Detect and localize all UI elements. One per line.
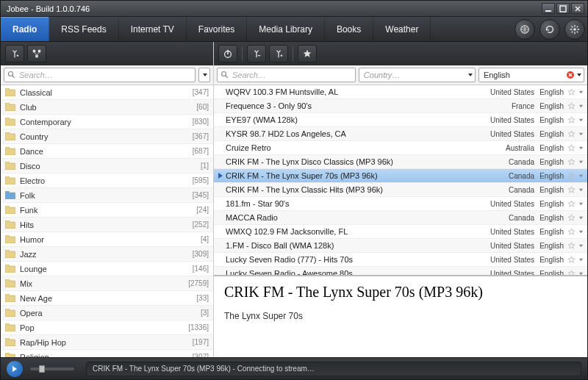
row-menu-icon[interactable] (577, 146, 584, 151)
country-placeholder: Country… (364, 71, 466, 79)
nav-books[interactable]: Books (325, 17, 373, 41)
category-row[interactable]: Country[367] (1, 129, 213, 144)
favorite-star-icon[interactable] (565, 172, 577, 180)
nav-radio[interactable]: Radio (1, 17, 49, 41)
category-row[interactable]: Humor[4] (1, 232, 213, 247)
category-row[interactable]: Contemporary[830] (1, 115, 213, 129)
maximize-button[interactable] (556, 3, 570, 14)
category-count: [252] (193, 221, 209, 229)
favorite-star-icon[interactable] (565, 116, 577, 124)
language-dropdown[interactable]: English (478, 68, 584, 82)
play-button[interactable] (7, 361, 23, 377)
category-row[interactable]: Rap/Hip Hop[197] (1, 335, 213, 350)
details-subtitle: The Lynx Super 70s (224, 311, 577, 321)
station-row[interactable]: MACCA RadioCanadaEnglish (214, 211, 587, 225)
station-row[interactable]: WMXQ 102.9 FM Jacksonville, FLUnited Sta… (214, 225, 587, 239)
favorite-star-icon[interactable] (565, 200, 577, 208)
category-row[interactable]: New Age[33] (1, 291, 213, 306)
category-search-input[interactable] (19, 71, 192, 79)
station-language: English (534, 116, 565, 124)
network-button[interactable] (27, 45, 46, 62)
clear-language-icon[interactable] (566, 71, 575, 79)
left-search-menu[interactable] (198, 68, 210, 82)
country-dropdown[interactable]: Country… (359, 68, 476, 82)
category-row[interactable]: Pop[1336] (1, 320, 213, 335)
category-row[interactable]: Club[60] (1, 100, 213, 115)
favorite-star-icon[interactable] (565, 214, 577, 222)
favorite-star-icon[interactable] (565, 130, 577, 138)
volume-thumb[interactable] (39, 365, 45, 373)
favorite-star-icon[interactable] (565, 88, 577, 96)
station-row[interactable]: EYE97 (WMA 128k)United StatesEnglish (214, 113, 587, 127)
category-count: [33] (196, 294, 209, 302)
nav-internet-tv[interactable]: Internet TV (119, 17, 187, 41)
row-menu-icon[interactable] (577, 159, 584, 165)
station-row[interactable]: CRIK FM - The Lynx Classic Hits (MP3 96k… (214, 183, 587, 197)
favorite-star-icon[interactable] (565, 144, 577, 152)
globe-button[interactable] (514, 19, 535, 40)
nav-media-library[interactable]: Media Library (247, 17, 325, 41)
refresh-button[interactable] (539, 19, 560, 40)
category-row[interactable]: Funk[24] (1, 203, 213, 218)
category-count: [830] (193, 118, 209, 126)
category-row[interactable]: Mix[2759] (1, 276, 213, 291)
station-row[interactable]: 181.fm - Star 90'sUnited StatesEnglish (214, 197, 587, 211)
row-menu-icon[interactable] (577, 118, 584, 123)
station-row[interactable]: WQRV 100.3 FM Huntsville, ALUnited State… (214, 85, 587, 99)
minimize-button[interactable] (542, 3, 555, 14)
category-row[interactable]: Hits[252] (1, 218, 213, 232)
station-row[interactable]: Frequence 3 - Only 90'sFranceEnglish (214, 99, 587, 113)
left-search-box[interactable] (4, 68, 196, 82)
station-row[interactable]: Lucky Seven Radio (777) - Hits 70sUnited… (214, 253, 587, 267)
favorite-star-icon[interactable] (565, 256, 577, 264)
favorite-star-icon[interactable] (565, 242, 577, 250)
station-list[interactable]: WQRV 100.3 FM Huntsville, ALUnited State… (214, 85, 587, 275)
category-row[interactable]: Disco[1] (1, 159, 213, 173)
row-menu-icon[interactable] (577, 104, 584, 109)
station-row[interactable]: 1.FM - Disco Ball (WMA 128k)United State… (214, 239, 587, 253)
nav-weather[interactable]: Weather (373, 17, 431, 41)
antenna-add-button[interactable] (269, 45, 288, 62)
row-menu-icon[interactable] (577, 132, 584, 137)
row-menu-icon[interactable] (577, 173, 584, 179)
category-row[interactable]: Classical[347] (1, 85, 213, 100)
row-menu-icon[interactable] (577, 243, 584, 248)
add-antenna-button[interactable] (5, 45, 24, 62)
category-list[interactable]: Classical[347]Club[60]Contemporary[830]C… (1, 85, 213, 357)
nav-favorites[interactable]: Favorites (187, 17, 247, 41)
favorite-star-icon[interactable] (565, 270, 577, 276)
settings-button[interactable] (564, 19, 585, 40)
row-menu-icon[interactable] (577, 187, 584, 193)
favorite-star-icon[interactable] (565, 158, 577, 166)
station-name: Lucky Seven Radio (777) - Hits 70s (224, 255, 477, 264)
favorite-button[interactable] (298, 45, 317, 62)
row-menu-icon[interactable] (577, 229, 584, 234)
station-row[interactable]: CRIK FM - The Lynx Disco Classics (MP3 9… (214, 155, 587, 169)
close-button[interactable] (571, 3, 584, 14)
volume-slider[interactable] (30, 368, 74, 370)
category-row[interactable]: Folk[345] (1, 188, 213, 203)
category-row[interactable]: Dance[687] (1, 144, 213, 159)
favorite-star-icon[interactable] (565, 228, 577, 236)
station-row[interactable]: Lucky Seven Radio - Awesome 80sUnited St… (214, 267, 587, 275)
category-row[interactable]: Opera[3] (1, 306, 213, 320)
station-search-box[interactable] (217, 68, 356, 82)
row-menu-icon[interactable] (577, 215, 584, 221)
station-row[interactable]: KYSR 98.7 HD2 Los Angeles, CAUnited Stat… (214, 127, 587, 141)
row-menu-icon[interactable] (577, 90, 584, 95)
station-search-input[interactable] (232, 71, 352, 79)
station-row[interactable]: CRIK FM - The Lynx Super 70s (MP3 96k)Ca… (214, 169, 587, 183)
category-row[interactable]: Jazz[309] (1, 247, 213, 262)
category-row[interactable]: Religion[307] (1, 350, 213, 357)
category-row[interactable]: Lounge[146] (1, 262, 213, 276)
station-row[interactable]: Cruize RetroAustraliaEnglish (214, 141, 587, 155)
category-row[interactable]: Electro[595] (1, 173, 213, 188)
favorite-star-icon[interactable] (565, 186, 577, 194)
folder-icon (5, 309, 15, 317)
row-menu-icon[interactable] (577, 201, 584, 207)
nav-rss-feeds[interactable]: RSS Feeds (49, 17, 118, 41)
antenna-remove-button[interactable] (247, 45, 266, 62)
row-menu-icon[interactable] (577, 257, 584, 262)
power-button[interactable] (218, 45, 237, 62)
favorite-star-icon[interactable] (565, 102, 577, 110)
